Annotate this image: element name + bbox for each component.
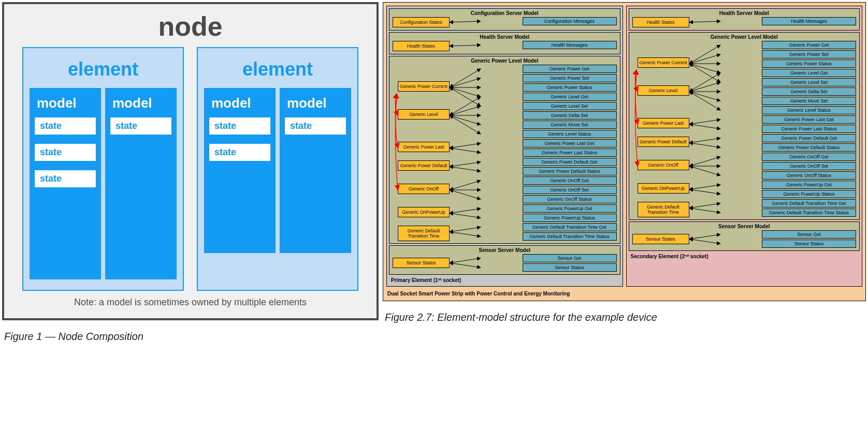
state-label: Health States	[632, 17, 689, 27]
svg-line-20	[450, 213, 481, 218]
svg-line-26	[689, 45, 720, 64]
svg-line-27	[689, 54, 720, 64]
message-label: Health Messages	[523, 41, 617, 49]
svg-line-0	[450, 21, 481, 22]
svg-line-24	[450, 263, 481, 268]
svg-line-45	[689, 203, 720, 208]
device-box: Configuration Server ModelConfiguration …	[383, 2, 866, 301]
svg-line-19	[450, 209, 481, 213]
svg-line-48	[689, 239, 720, 244]
svg-line-1	[450, 45, 481, 46]
secondary-element: Health Server ModelHealth StatesHealth M…	[626, 6, 863, 287]
figure-1-panel: node elementmodelstatestatestatemodelsta…	[0, 0, 381, 430]
svg-line-3	[450, 78, 481, 87]
node-box: node elementmodelstatestatestatemodelsta…	[2, 2, 379, 320]
element-box: elementmodelstatestatemodelstate	[197, 47, 358, 291]
figure-2-panel: Configuration Server ModelConfiguration …	[381, 0, 868, 430]
message-label: Health Messages	[762, 17, 856, 25]
model-group: Configuration Server ModelConfiguration …	[389, 8, 620, 31]
svg-line-37	[689, 124, 720, 129]
svg-line-35	[689, 92, 720, 110]
svg-line-15	[450, 167, 481, 171]
state-label: Sensor States	[393, 258, 450, 268]
svg-line-14	[450, 162, 481, 167]
model-group: Health Server ModelHealth StatesHealth M…	[629, 8, 860, 31]
state-box: state	[110, 117, 171, 135]
svg-line-6	[450, 87, 481, 106]
state-label: Configuration States	[393, 17, 450, 27]
node-title: node	[22, 8, 358, 47]
device-label: Dual Socket Smart Power Strip with Power…	[386, 290, 862, 298]
model-box: modelstatestatestate	[30, 88, 101, 279]
node-note: Note: a model is sometimes owned by mult…	[22, 291, 358, 308]
svg-line-10	[450, 115, 481, 125]
element-box: elementmodelstatestatestatemodelstate	[22, 47, 184, 291]
state-box: state	[209, 144, 270, 161]
power-level-group: Generic Power Level ModelGeneric Power C…	[629, 32, 860, 220]
svg-line-21	[450, 227, 481, 232]
element-title: element	[30, 54, 177, 88]
svg-line-39	[689, 143, 720, 147]
message-label: Sensor Get	[523, 254, 617, 262]
svg-line-31	[689, 73, 720, 92]
model-group-title: Generic Power Level Model	[393, 58, 617, 65]
primary-element-label: Primary Element (1ˢᵗ socket)	[389, 276, 620, 284]
svg-line-40	[689, 157, 720, 166]
svg-line-18	[450, 190, 481, 199]
state-label: Sensor States	[632, 234, 689, 244]
svg-line-47	[689, 234, 720, 239]
model-title: model	[285, 93, 346, 117]
secondary-element-label: Secondary Element (2ⁿᵈ socket)	[629, 253, 860, 260]
svg-line-11	[450, 115, 481, 134]
model-title: model	[110, 93, 171, 117]
svg-line-36	[689, 120, 720, 124]
model-group: Health Server ModelHealth StatesHealth M…	[389, 32, 620, 54]
model-group: Sensor Server ModelSensor StatesSensor G…	[629, 221, 860, 251]
svg-line-42	[689, 166, 720, 175]
svg-line-30	[689, 64, 720, 82]
model-group: Sensor Server ModelSensor StatesSensor G…	[389, 245, 620, 275]
model-group-title: Sensor Server Model	[632, 224, 857, 230]
svg-line-29	[689, 64, 720, 73]
message-label: Sensor Status	[523, 263, 617, 272]
state-box: state	[35, 170, 96, 187]
svg-line-8	[450, 106, 481, 115]
figure-1-caption: Figure 1 — Node Composition	[0, 322, 381, 351]
state-box: state	[209, 117, 270, 135]
state-box: state	[285, 117, 346, 135]
svg-line-2	[450, 69, 481, 87]
svg-line-16	[450, 181, 481, 190]
svg-line-32	[689, 82, 720, 92]
state-box: state	[35, 144, 96, 161]
svg-line-13	[450, 148, 481, 153]
figure-2-caption: Figure 2.7: Element-model structure for …	[381, 303, 868, 332]
svg-line-43	[689, 185, 720, 189]
model-group-title: Sensor Server Model	[393, 247, 617, 254]
message-label: Sensor Get	[762, 230, 856, 239]
model-title: model	[209, 93, 270, 117]
model-group-title: Generic Power Level Model	[632, 34, 857, 41]
message-label: Configuration Messages	[523, 17, 617, 25]
svg-line-22	[450, 232, 481, 236]
element-title: element	[204, 54, 351, 88]
svg-line-46	[689, 208, 720, 213]
model-box: modelstate	[105, 88, 177, 279]
primary-element: Configuration Server ModelConfiguration …	[386, 6, 623, 287]
svg-line-23	[450, 258, 481, 263]
model-box: modelstate	[280, 88, 351, 253]
svg-line-7	[450, 97, 481, 115]
model-group-title: Health Server Model	[632, 10, 857, 17]
state-box: state	[35, 117, 96, 135]
message-label: Sensor Status	[762, 240, 856, 248]
svg-line-44	[689, 189, 720, 194]
model-title: model	[35, 93, 96, 117]
model-group-title: Configuration Server Model	[393, 10, 617, 17]
power-level-group: Generic Power Level ModelGeneric Power C…	[389, 56, 620, 244]
model-box: modelstatestate	[204, 88, 276, 253]
svg-line-5	[450, 87, 481, 97]
state-label: Health States	[393, 41, 450, 51]
svg-line-34	[689, 92, 720, 101]
svg-line-38	[689, 138, 720, 143]
model-group-title: Health Server Model	[393, 34, 617, 41]
svg-line-12	[450, 143, 481, 148]
